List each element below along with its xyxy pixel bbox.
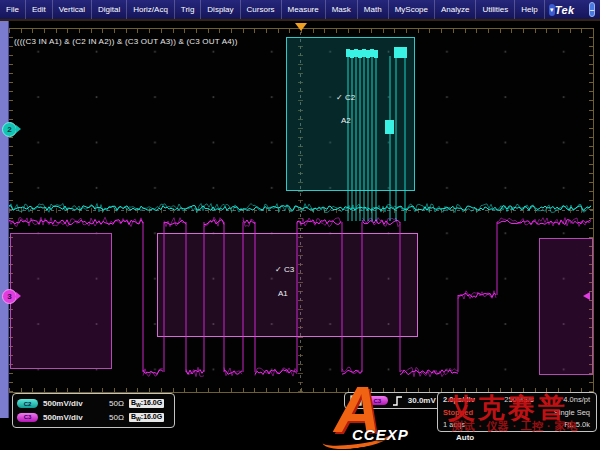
trigger-event-chip: A	[350, 395, 362, 406]
acquisition-count: 1 acqs	[443, 420, 465, 429]
menu-item-edit[interactable]: Edit	[26, 0, 53, 19]
trigger-readout-box: A C3 30.0mV	[344, 392, 447, 409]
channel2-scale: 500mV/div	[43, 399, 95, 408]
timebase-value: 2.0µs/div	[443, 395, 475, 404]
zone-a2-channel-tag: ✓ C2	[336, 93, 355, 102]
trigger-source-badge[interactable]: C3	[367, 396, 388, 405]
channel3-marker-arrow-icon	[16, 292, 21, 300]
trigger-position-marker[interactable]	[295, 23, 307, 31]
rising-edge-icon	[393, 396, 403, 406]
zone-box-a2[interactable]	[286, 37, 415, 191]
watermark-swoosh	[321, 423, 393, 450]
acquisition-state: Stopped	[443, 408, 473, 417]
channel2-marker-arrow-icon	[16, 125, 21, 133]
menu-item-trig[interactable]: Trig	[175, 0, 201, 19]
menu-item-analyze[interactable]: Analyze	[435, 0, 476, 19]
channel3-badge[interactable]: C3	[17, 413, 38, 422]
channel2-position-marker[interactable]: 2	[2, 122, 17, 137]
acquisition-mode: Single Seq	[554, 408, 590, 417]
channel-readout-box: C2 500mV/div 50Ω BW:16.0G C3 500mV/div 5…	[12, 393, 175, 428]
horizontal-readout-box: 2.0µs/div 250MS/s 4.0ns/pt Stopped Singl…	[437, 392, 597, 432]
channel2-badge[interactable]: C2	[17, 399, 38, 408]
sample-rate-value: 250MS/s	[504, 395, 534, 404]
minimize-button[interactable]: –	[589, 2, 595, 17]
watermark-logo-text: CCEXP	[352, 426, 409, 443]
menu-item-cursors[interactable]: Cursors	[241, 0, 282, 19]
menu-item-utilities[interactable]: Utilities	[476, 0, 515, 19]
trigger-mode-label: Auto	[456, 433, 474, 442]
channel3-position-marker[interactable]: 3	[2, 289, 17, 304]
channel3-readout-row: C3 500mV/div 50Ω BW:16.0G	[17, 413, 170, 422]
zone-a1-name: A1	[278, 289, 288, 298]
channel3-bandwidth-chip: BW:16.0G	[129, 413, 164, 422]
resolution-value: 4.0ns/pt	[563, 395, 590, 404]
math-bus-expression: ((((C3 IN A1) & (C2 IN A2)) & (C3 OUT A3…	[14, 37, 238, 46]
menu-item-math[interactable]: Math	[358, 0, 389, 19]
zone-box-a1-mid[interactable]	[157, 233, 418, 337]
menubar-divider	[0, 19, 600, 21]
menu-item-vertical[interactable]: Vertical	[53, 0, 92, 19]
record-length: RL:5.0k	[564, 420, 590, 429]
zone-box-a1-left[interactable]	[10, 233, 112, 369]
channel3-scale: 500mV/div	[43, 413, 95, 422]
menu-item-help[interactable]: Help	[515, 0, 544, 19]
trigger-level-value: 30.0mV	[408, 396, 436, 405]
tek-logo: Tek	[555, 4, 575, 16]
menu-item-file[interactable]: File	[0, 0, 26, 19]
menu-item-display[interactable]: Display	[201, 0, 240, 19]
zone-a2-name: A2	[341, 116, 351, 125]
menu-items: FileEditVerticalDigitalHoriz/AcqTrigDisp…	[0, 0, 545, 19]
channel2-impedance: 50Ω	[100, 399, 124, 408]
channel2-readout-row: C2 500mV/div 50Ω BW:16.0G	[17, 399, 170, 408]
menu-bar: FileEditVerticalDigitalHoriz/AcqTrigDisp…	[0, 0, 600, 19]
menu-item-myscope[interactable]: MyScope	[389, 0, 435, 19]
zone-box-a1-right[interactable]	[539, 238, 593, 375]
channel3-impedance: 50Ω	[100, 413, 124, 422]
left-chassis-strip	[0, 21, 9, 418]
zone-a1-right-handle-icon[interactable]	[583, 292, 590, 300]
menu-item-digital[interactable]: Digital	[92, 0, 127, 19]
menu-item-horizacq[interactable]: Horiz/Acq	[127, 0, 175, 19]
channel2-bandwidth-chip: BW:16.0G	[129, 399, 164, 408]
menu-item-measure[interactable]: Measure	[282, 0, 326, 19]
menu-item-mask[interactable]: Mask	[326, 0, 358, 19]
zone-a1-channel-tag: ✓ C3	[275, 265, 294, 274]
